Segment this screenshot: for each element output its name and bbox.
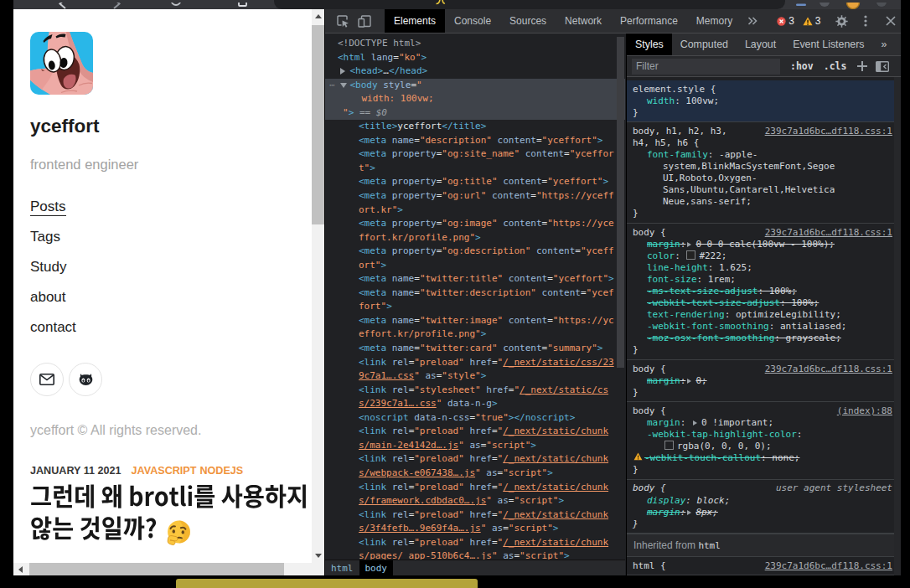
horizontal-scrollbar-thumb[interactable] bbox=[29, 563, 284, 575]
expand-shorthand-icon[interactable] bbox=[687, 510, 691, 515]
css-source-link[interactable]: 239c7a1d6bc…df118.css:1 bbox=[765, 126, 892, 137]
css-source-link[interactable]: 239c7a1d6bc…df118.css:1 bbox=[765, 560, 892, 572]
dom-tree-line[interactable]: ort"> bbox=[325, 259, 625, 273]
dom-tree-line[interactable]: t"> bbox=[325, 162, 625, 176]
dom-tree-line[interactable]: width: 100vw; bbox=[325, 92, 625, 106]
dom-tree-line[interactable]: <meta name="twitter:card" content="summa… bbox=[325, 342, 625, 356]
dom-tree-line[interactable]: <html lang="ko"> bbox=[325, 51, 625, 65]
dom-tree-line[interactable]: s/3f4fefb….9e69f4a….js" as="script"> bbox=[325, 522, 625, 536]
horizontal-scrollbar[interactable] bbox=[13, 563, 324, 575]
expand-arrow-icon[interactable] bbox=[340, 68, 345, 75]
expand-shorthand-icon[interactable] bbox=[687, 242, 691, 247]
nav-link-about[interactable]: about bbox=[30, 282, 76, 312]
email-button[interactable] bbox=[30, 363, 64, 396]
dom-tree-line[interactable]: 9c7a1….css" as="style"> bbox=[325, 369, 625, 384]
dom-tree-line[interactable]: <head>…</head> bbox=[325, 64, 625, 79]
dom-tree-line[interactable]: <link rel="preload" href="/_next/static/… bbox=[325, 425, 625, 439]
dom-tree-line[interactable]: <meta property="og:site_name" content="y… bbox=[325, 147, 625, 162]
css-rule[interactable]: (index):88body {margin: 0 !important;-we… bbox=[627, 402, 895, 480]
vertical-scrollbar[interactable] bbox=[312, 9, 324, 563]
github-button[interactable] bbox=[69, 363, 102, 396]
breadcrumb-body[interactable]: body bbox=[359, 560, 394, 576]
devtools-tab-elements[interactable]: Elements bbox=[385, 9, 445, 33]
site-title[interactable]: yceffort bbox=[30, 116, 100, 137]
dom-tree-line[interactable]: s/main-2e4142d….js" as="script"> bbox=[325, 439, 625, 453]
toggle-sidebar-icon[interactable] bbox=[876, 61, 889, 72]
profile-avatar[interactable] bbox=[30, 32, 93, 95]
styles-tab-event-listeners[interactable]: Event Listeners bbox=[784, 34, 872, 55]
address-bar[interactable] bbox=[274, 0, 785, 9]
styles-more-tabs[interactable]: » bbox=[873, 34, 896, 55]
elements-scrollbar-thumb[interactable] bbox=[617, 37, 624, 368]
devtools-tab-network[interactable]: Network bbox=[556, 9, 611, 33]
css-rule[interactable]: 239c7a1d6bc…df118.css:1body {margin:0 0 … bbox=[627, 224, 895, 360]
css-rule[interactable]: 239c7a1d6bc…df118.css:1body, h1, h2, h3,… bbox=[627, 122, 895, 224]
dom-tree-line[interactable]: <meta property="og:url" content="https:/… bbox=[325, 189, 625, 204]
dom-tree-line[interactable]: s/framework.cdbdac0….js" as="script"> bbox=[325, 494, 625, 508]
dom-tree-line[interactable]: ort.kr"> bbox=[325, 204, 625, 218]
dom-tree-line[interactable]: <meta name="description" content="yceffo… bbox=[325, 134, 625, 148]
dom-tree-line[interactable]: <meta property="og:title" content="yceff… bbox=[325, 175, 625, 189]
vertical-scrollbar-thumb[interactable] bbox=[312, 25, 324, 224]
css-source-link[interactable]: user agent stylesheet bbox=[776, 482, 892, 494]
devtools-tab-memory[interactable]: Memory bbox=[687, 9, 742, 33]
device-toolbar-icon[interactable] bbox=[354, 10, 375, 32]
nav-link-posts[interactable]: Posts bbox=[30, 192, 76, 222]
hover-state-button[interactable]: :hov bbox=[790, 60, 814, 72]
dom-tree-line[interactable]: <link rel="preload" href="/_next/static/… bbox=[325, 536, 625, 550]
css-rule[interactable]: 239c7a1d6bc…df118.css:1body {margin:0;} bbox=[627, 360, 895, 402]
css-rule[interactable]: element.style {width: 100vw;} bbox=[627, 80, 895, 122]
post-title[interactable] bbox=[30, 482, 312, 557]
post-tag[interactable]: JAVASCRIPT bbox=[132, 465, 197, 477]
color-swatch[interactable] bbox=[664, 441, 674, 450]
dom-tree-line[interactable]: <meta property="og:image" content="https… bbox=[325, 217, 625, 231]
color-swatch[interactable] bbox=[686, 250, 695, 260]
devtools-tab-performance[interactable]: Performance bbox=[611, 9, 687, 33]
new-style-rule-icon[interactable] bbox=[857, 61, 867, 71]
nav-link-contact[interactable]: contact bbox=[30, 312, 76, 343]
nav-link-study[interactable]: Study bbox=[30, 252, 76, 282]
scroll-down-arrow[interactable] bbox=[315, 554, 322, 558]
nav-link-tags[interactable]: Tags bbox=[30, 222, 76, 252]
dom-tree-line[interactable]: s/webpack-e067438….js" as="script"> bbox=[325, 467, 625, 481]
breadcrumb-html[interactable]: html bbox=[325, 560, 359, 576]
dom-tree-line[interactable]: <meta name="twitter:description" content… bbox=[325, 286, 625, 301]
dom-tree-line[interactable]: "> == $0 bbox=[325, 106, 625, 121]
dom-tree-line[interactable]: <link rel="preload" href="/_next/static/… bbox=[325, 508, 625, 523]
settings-gear-icon[interactable] bbox=[831, 10, 853, 32]
dom-tree-line[interactable]: <meta name="twitter:title" content="ycef… bbox=[325, 272, 625, 286]
error-badge-icon[interactable] bbox=[777, 17, 786, 26]
dom-tree-line[interactable]: <title>yceffort</title> bbox=[325, 120, 625, 134]
close-devtools-icon[interactable] bbox=[880, 10, 901, 32]
styles-filter-input[interactable]: Filter bbox=[632, 59, 780, 75]
collapse-arrow-icon[interactable] bbox=[340, 83, 347, 88]
expand-shorthand-icon[interactable] bbox=[687, 379, 691, 384]
dom-tree-line[interactable]: <link rel="stylesheet" href="/_next/stat… bbox=[325, 384, 625, 398]
dom-tree-line[interactable]: s/pages/_app-510b6c4….js" as="script"> bbox=[325, 549, 625, 560]
dom-tree-line[interactable]: <link rel="preload" href="/_next/static/… bbox=[325, 452, 625, 467]
dom-tree-line[interactable]: <meta property="og:description" content=… bbox=[325, 245, 625, 259]
styles-tab-layout[interactable]: Layout bbox=[737, 34, 784, 55]
dom-tree-line[interactable]: <link rel="preload" href="/_next/static/… bbox=[325, 356, 625, 370]
dom-tree-line[interactable]: <!DOCTYPE html> bbox=[325, 37, 625, 51]
css-source-link[interactable]: 239c7a1d6bc…df118.css:1 bbox=[765, 227, 892, 239]
css-source-link[interactable]: 239c7a1d6bc…df118.css:1 bbox=[765, 364, 892, 375]
scroll-up-arrow[interactable] bbox=[315, 14, 322, 18]
dom-tree-line[interactable]: ⋯<body style=" bbox=[325, 79, 625, 93]
css-source-link[interactable]: (index):88 bbox=[837, 405, 892, 417]
devtools-tab-console[interactable]: Console bbox=[445, 9, 500, 33]
styles-tab-computed[interactable]: Computed bbox=[672, 34, 737, 55]
css-rule[interactable]: user agent stylesheetbody {display: bloc… bbox=[627, 480, 895, 534]
dom-tree-line[interactable]: fort"> bbox=[325, 300, 625, 314]
dom-tree-line[interactable]: ffort.kr/profile.png"> bbox=[325, 231, 625, 245]
more-tabs-icon[interactable] bbox=[745, 10, 760, 32]
dom-tree-line[interactable]: effort.kr/profile.png"> bbox=[325, 328, 625, 342]
post-tag[interactable]: NODEJS bbox=[199, 465, 243, 477]
warning-badge-icon[interactable] bbox=[803, 17, 813, 26]
dom-tree-line[interactable]: <link rel="preload" href="/_next/static/… bbox=[325, 481, 625, 495]
scroll-left-arrow[interactable] bbox=[18, 566, 23, 573]
expand-shorthand-icon[interactable] bbox=[693, 420, 697, 426]
dom-tree-line[interactable]: s/239c7a1….css" data-n-g> bbox=[325, 397, 625, 411]
dom-tree-line[interactable]: <noscript data-n-css="true"></noscript> bbox=[325, 411, 625, 426]
css-rule[interactable]: 239c7a1d6bc…df118.css:1html { bbox=[627, 557, 895, 575]
